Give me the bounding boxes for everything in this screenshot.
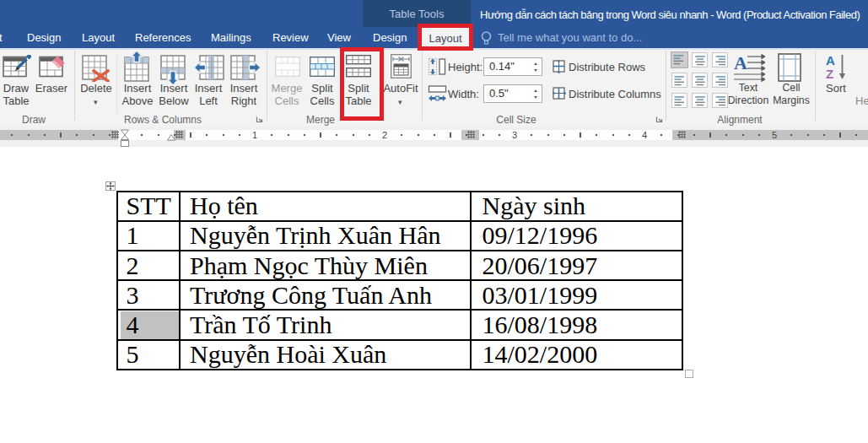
svg-text:Z: Z: [826, 67, 833, 80]
svg-text:A: A: [826, 54, 835, 68]
svg-text:A: A: [734, 53, 747, 73]
